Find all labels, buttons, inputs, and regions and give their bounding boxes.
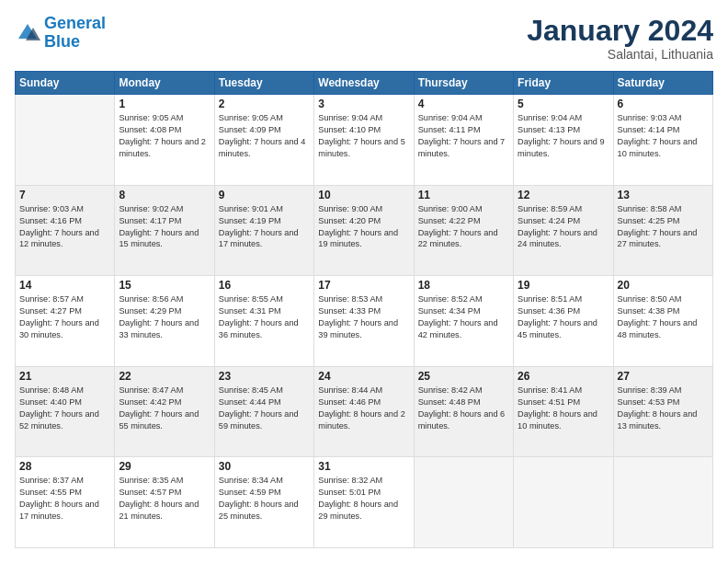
day-info: Sunrise: 8:57 AMSunset: 4:27 PMDaylight:… bbox=[19, 293, 110, 341]
day-number: 15 bbox=[119, 279, 210, 292]
col-sunday: Sunday bbox=[16, 72, 115, 95]
table-cell: 11 Sunrise: 9:00 AMSunset: 4:22 PMDaylig… bbox=[414, 185, 513, 276]
page: General Blue January 2024 Salantai, Lith… bbox=[0, 0, 728, 563]
day-number: 27 bbox=[618, 370, 709, 383]
table-cell: 29 Sunrise: 8:35 AMSunset: 4:57 PMDaylig… bbox=[115, 457, 214, 548]
weekday-header-row: Sunday Monday Tuesday Wednesday Thursday… bbox=[16, 72, 713, 95]
day-info: Sunrise: 8:39 AMSunset: 4:53 PMDaylight:… bbox=[618, 385, 709, 432]
day-info: Sunrise: 9:04 AMSunset: 4:13 PMDaylight:… bbox=[518, 112, 609, 160]
day-number: 24 bbox=[318, 370, 409, 383]
day-number: 31 bbox=[318, 460, 409, 473]
table-cell: 27 Sunrise: 8:39 AMSunset: 4:53 PMDaylig… bbox=[613, 366, 712, 457]
table-cell: 31 Sunrise: 8:32 AMSunset: 5:01 PMDaylig… bbox=[314, 457, 414, 548]
day-number: 12 bbox=[518, 189, 609, 201]
day-number: 19 bbox=[518, 279, 609, 292]
day-info: Sunrise: 8:51 AMSunset: 4:36 PMDaylight:… bbox=[518, 293, 609, 341]
table-cell: 14 Sunrise: 8:57 AMSunset: 4:27 PMDaylig… bbox=[16, 276, 115, 367]
day-info: Sunrise: 9:03 AMSunset: 4:16 PMDaylight:… bbox=[19, 203, 110, 251]
table-cell: 2 Sunrise: 9:05 AMSunset: 4:09 PMDayligh… bbox=[214, 95, 313, 186]
day-number: 25 bbox=[418, 370, 509, 383]
table-cell: 4 Sunrise: 9:04 AMSunset: 4:11 PMDayligh… bbox=[414, 95, 513, 186]
day-info: Sunrise: 8:52 AMSunset: 4:34 PMDaylight:… bbox=[418, 293, 509, 341]
table-cell: 5 Sunrise: 9:04 AMSunset: 4:13 PMDayligh… bbox=[514, 95, 613, 186]
table-cell: 6 Sunrise: 9:03 AMSunset: 4:14 PMDayligh… bbox=[613, 95, 712, 186]
header: General Blue January 2024 Salantai, Lith… bbox=[15, 15, 713, 62]
table-cell: 3 Sunrise: 9:04 AMSunset: 4:10 PMDayligh… bbox=[314, 95, 414, 186]
day-number: 13 bbox=[618, 189, 709, 201]
day-info: Sunrise: 8:58 AMSunset: 4:25 PMDaylight:… bbox=[618, 203, 709, 251]
day-number: 14 bbox=[19, 279, 110, 292]
table-cell: 28 Sunrise: 8:37 AMSunset: 4:55 PMDaylig… bbox=[16, 457, 115, 548]
calendar-table: Sunday Monday Tuesday Wednesday Thursday… bbox=[15, 71, 713, 548]
day-number: 11 bbox=[418, 189, 509, 201]
day-info: Sunrise: 8:59 AMSunset: 4:24 PMDaylight:… bbox=[518, 203, 609, 251]
day-number: 29 bbox=[119, 460, 210, 473]
week-row-3: 14 Sunrise: 8:57 AMSunset: 4:27 PMDaylig… bbox=[16, 276, 713, 367]
logo-line1: General bbox=[44, 14, 106, 32]
table-cell: 12 Sunrise: 8:59 AMSunset: 4:24 PMDaylig… bbox=[514, 185, 613, 276]
day-info: Sunrise: 8:32 AMSunset: 5:01 PMDaylight:… bbox=[318, 475, 409, 523]
week-row-5: 28 Sunrise: 8:37 AMSunset: 4:55 PMDaylig… bbox=[16, 457, 713, 548]
day-number: 23 bbox=[219, 370, 310, 383]
table-cell: 15 Sunrise: 8:56 AMSunset: 4:29 PMDaylig… bbox=[115, 276, 214, 367]
day-info: Sunrise: 8:42 AMSunset: 4:48 PMDaylight:… bbox=[418, 385, 509, 432]
col-friday: Friday bbox=[514, 72, 613, 95]
day-info: Sunrise: 9:01 AMSunset: 4:19 PMDaylight:… bbox=[219, 203, 310, 251]
table-cell: 9 Sunrise: 9:01 AMSunset: 4:19 PMDayligh… bbox=[214, 185, 313, 276]
main-title: January 2024 bbox=[527, 15, 713, 47]
day-number: 20 bbox=[618, 279, 709, 292]
logo: General Blue bbox=[15, 15, 106, 52]
day-number: 5 bbox=[518, 98, 609, 110]
table-cell: 16 Sunrise: 8:55 AMSunset: 4:31 PMDaylig… bbox=[214, 276, 313, 367]
table-cell: 20 Sunrise: 8:50 AMSunset: 4:38 PMDaylig… bbox=[613, 276, 712, 367]
day-info: Sunrise: 9:02 AMSunset: 4:17 PMDaylight:… bbox=[119, 203, 210, 251]
table-cell: 10 Sunrise: 9:00 AMSunset: 4:20 PMDaylig… bbox=[314, 185, 414, 276]
day-info: Sunrise: 9:05 AMSunset: 4:08 PMDaylight:… bbox=[119, 112, 210, 160]
col-monday: Monday bbox=[115, 72, 214, 95]
week-row-1: 1 Sunrise: 9:05 AMSunset: 4:08 PMDayligh… bbox=[16, 95, 713, 186]
day-number: 30 bbox=[219, 460, 310, 473]
table-cell bbox=[414, 457, 513, 548]
day-info: Sunrise: 8:55 AMSunset: 4:31 PMDaylight:… bbox=[219, 293, 310, 341]
col-tuesday: Tuesday bbox=[214, 72, 313, 95]
table-cell: 23 Sunrise: 8:45 AMSunset: 4:44 PMDaylig… bbox=[214, 366, 313, 457]
table-cell: 24 Sunrise: 8:44 AMSunset: 4:46 PMDaylig… bbox=[314, 366, 414, 457]
week-row-2: 7 Sunrise: 9:03 AMSunset: 4:16 PMDayligh… bbox=[16, 185, 713, 276]
table-cell: 19 Sunrise: 8:51 AMSunset: 4:36 PMDaylig… bbox=[514, 276, 613, 367]
day-info: Sunrise: 9:04 AMSunset: 4:10 PMDaylight:… bbox=[318, 112, 409, 160]
day-number: 9 bbox=[219, 189, 310, 201]
table-cell: 25 Sunrise: 8:42 AMSunset: 4:48 PMDaylig… bbox=[414, 366, 513, 457]
day-number: 2 bbox=[219, 98, 310, 110]
table-cell bbox=[514, 457, 613, 548]
table-cell: 21 Sunrise: 8:48 AMSunset: 4:40 PMDaylig… bbox=[16, 366, 115, 457]
day-number: 16 bbox=[219, 279, 310, 292]
table-cell bbox=[16, 95, 115, 186]
table-cell: 8 Sunrise: 9:02 AMSunset: 4:17 PMDayligh… bbox=[115, 185, 214, 276]
day-info: Sunrise: 9:00 AMSunset: 4:22 PMDaylight:… bbox=[418, 203, 509, 251]
day-info: Sunrise: 8:50 AMSunset: 4:38 PMDaylight:… bbox=[618, 293, 709, 341]
col-thursday: Thursday bbox=[414, 72, 513, 95]
table-cell bbox=[613, 457, 712, 548]
day-number: 28 bbox=[19, 460, 110, 473]
day-info: Sunrise: 8:56 AMSunset: 4:29 PMDaylight:… bbox=[119, 293, 210, 341]
day-info: Sunrise: 8:41 AMSunset: 4:51 PMDaylight:… bbox=[518, 385, 609, 432]
day-number: 6 bbox=[618, 98, 709, 110]
col-saturday: Saturday bbox=[613, 72, 712, 95]
day-number: 4 bbox=[418, 98, 509, 110]
table-cell: 7 Sunrise: 9:03 AMSunset: 4:16 PMDayligh… bbox=[16, 185, 115, 276]
table-cell: 26 Sunrise: 8:41 AMSunset: 4:51 PMDaylig… bbox=[514, 366, 613, 457]
day-number: 3 bbox=[318, 98, 409, 110]
day-info: Sunrise: 8:44 AMSunset: 4:46 PMDaylight:… bbox=[318, 385, 409, 432]
day-info: Sunrise: 8:53 AMSunset: 4:33 PMDaylight:… bbox=[318, 293, 409, 341]
day-info: Sunrise: 8:34 AMSunset: 4:59 PMDaylight:… bbox=[219, 475, 310, 523]
day-number: 10 bbox=[318, 189, 409, 201]
table-cell: 13 Sunrise: 8:58 AMSunset: 4:25 PMDaylig… bbox=[613, 185, 712, 276]
table-cell: 30 Sunrise: 8:34 AMSunset: 4:59 PMDaylig… bbox=[214, 457, 313, 548]
table-cell: 18 Sunrise: 8:52 AMSunset: 4:34 PMDaylig… bbox=[414, 276, 513, 367]
day-info: Sunrise: 8:45 AMSunset: 4:44 PMDaylight:… bbox=[219, 385, 310, 432]
day-number: 7 bbox=[19, 189, 110, 201]
day-info: Sunrise: 9:05 AMSunset: 4:09 PMDaylight:… bbox=[219, 112, 310, 160]
day-number: 1 bbox=[119, 98, 210, 110]
day-number: 21 bbox=[19, 370, 110, 383]
day-number: 17 bbox=[318, 279, 409, 292]
